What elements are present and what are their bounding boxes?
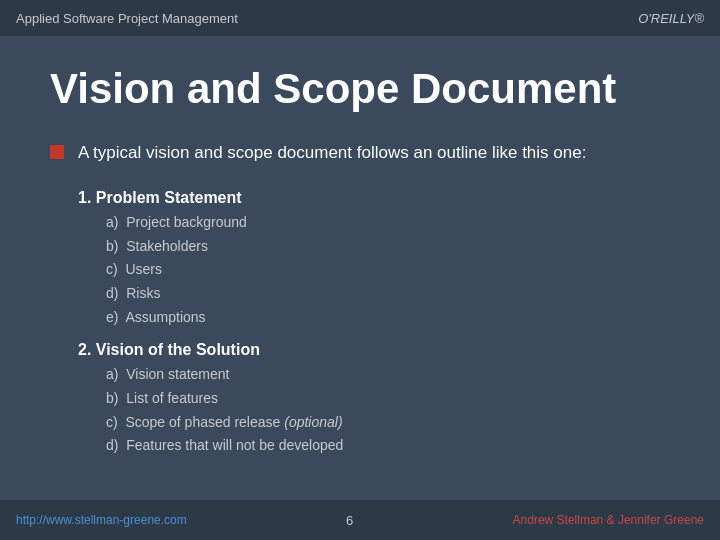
oreilly-logo: O'REILLY® <box>638 11 704 26</box>
sub-item-2a: a) Vision statement <box>106 363 670 387</box>
sub-text-1e: Assumptions <box>125 309 205 325</box>
slide-title: Vision and Scope Document <box>50 66 670 112</box>
sub-item-2d: d) Features that will not be developed <box>106 434 670 458</box>
sub-text-1b: Stakeholders <box>126 238 208 254</box>
sub-letter-1b: b) <box>106 238 126 254</box>
sub-item-1d: d) Risks <box>106 282 670 306</box>
top-bar: Applied Software Project Management O'RE… <box>0 0 720 36</box>
sub-text-1c: Users <box>125 261 162 277</box>
outline-section: 1. Problem Statement a) Project backgrou… <box>78 184 670 459</box>
sub-text-2a: Vision statement <box>126 366 229 382</box>
bullet-text: A typical vision and scope document foll… <box>78 140 586 166</box>
footer-link[interactable]: http://www.stellman-greene.com <box>16 513 187 527</box>
main-bullet: A typical vision and scope document foll… <box>50 140 670 166</box>
outline-item-2-subs: a) Vision statement b) List of features … <box>78 363 670 458</box>
sub-item-1e: e) Assumptions <box>106 306 670 330</box>
sub-letter-2d: d) <box>106 437 126 453</box>
sub-text-1d: Risks <box>126 285 160 301</box>
sub-letter-2b: b) <box>106 390 126 406</box>
footer: http://www.stellman-greene.com 6 Andrew … <box>0 500 720 540</box>
sub-item-2b: b) List of features <box>106 387 670 411</box>
sub-item-2c: c) Scope of phased release (optional) <box>106 411 670 435</box>
sub-text-2b: List of features <box>126 390 218 406</box>
sub-letter-1e: e) <box>106 309 125 325</box>
sub-text-1a: Project background <box>126 214 247 230</box>
slide-content: Vision and Scope Document A typical visi… <box>0 36 720 478</box>
sub-text-2c-italic: (optional) <box>284 414 342 430</box>
bullet-square-icon <box>50 145 64 159</box>
sub-letter-2c: c) <box>106 414 125 430</box>
outline-item-1-heading: 1. Problem Statement <box>78 184 670 211</box>
footer-author: Andrew Stellman & Jennifer Greene <box>513 513 704 527</box>
sub-letter-2a: a) <box>106 366 126 382</box>
sub-letter-1c: c) <box>106 261 125 277</box>
outline-item-1-subs: a) Project background b) Stakeholders c)… <box>78 211 670 330</box>
footer-page: 6 <box>346 513 353 528</box>
sub-text-2c: Scope of phased release <box>125 414 284 430</box>
top-bar-title: Applied Software Project Management <box>16 11 238 26</box>
sub-text-2d: Features that will not be developed <box>126 437 343 453</box>
sub-item-1a: a) Project background <box>106 211 670 235</box>
sub-item-1c: c) Users <box>106 258 670 282</box>
outline-item-2-heading: 2. Vision of the Solution <box>78 336 670 363</box>
sub-letter-1a: a) <box>106 214 126 230</box>
sub-letter-1d: d) <box>106 285 126 301</box>
sub-item-1b: b) Stakeholders <box>106 235 670 259</box>
